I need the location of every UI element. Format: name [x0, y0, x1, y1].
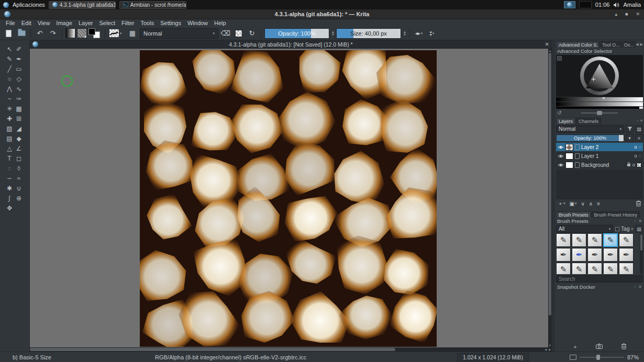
rollup-button[interactable]: ▴: [615, 12, 617, 17]
bezier-curve-tool[interactable]: ∿: [14, 84, 24, 94]
scroll-right-icon[interactable]: ▶: [549, 347, 551, 352]
menu-help[interactable]: Help: [211, 20, 229, 26]
inherit-alpha-icon[interactable]: ◌: [639, 153, 641, 159]
ellipse-tool[interactable]: ○: [5, 74, 14, 84]
slider-handle[interactable]: [597, 111, 602, 115]
rect-select-tool[interactable]: ◻: [14, 154, 24, 163]
user-menu[interactable]: Amalia: [623, 2, 641, 8]
tab-brush-preset-history[interactable]: Brush Preset History: [592, 211, 640, 218]
multibrush-tool[interactable]: ✳: [5, 104, 14, 114]
open-document-button[interactable]: [16, 28, 27, 39]
snapshot-docker-header[interactable]: Snapshot Docker ▫✕: [555, 284, 644, 290]
close-button[interactable]: ✕: [636, 12, 640, 17]
move-layer-down-button[interactable]: ∨: [581, 201, 584, 207]
refresh-colors-icon[interactable]: ↺: [557, 110, 561, 116]
pan-tool[interactable]: ✥: [5, 203, 14, 213]
brush-preset-15[interactable]: ✎: [619, 263, 634, 274]
layer-options-button[interactable]: ≡: [635, 134, 643, 142]
advanced-color-selector[interactable]: [556, 55, 643, 97]
tab-tool-options[interactable]: Tool O...: [599, 41, 620, 48]
brush-preset-9[interactable]: ✒: [603, 248, 618, 262]
brush-search-input[interactable]: [556, 275, 643, 282]
brush-preset-8[interactable]: ✒: [587, 248, 602, 262]
layer-opacity-slider[interactable]: Opacity: 100%: [556, 134, 624, 142]
brush-preset-12[interactable]: ✎: [572, 263, 586, 274]
select-shapes-tool[interactable]: ↖: [5, 44, 14, 54]
line-tool[interactable]: ╱: [5, 64, 14, 74]
layer-row-layer-1[interactable]: Layer 1α◌: [556, 152, 643, 161]
brush-preset-10[interactable]: ✒: [619, 248, 634, 262]
display-icon[interactable]: [570, 355, 576, 360]
volume-icon[interactable]: [613, 2, 619, 8]
scroll-down-icon[interactable]: ▼: [548, 344, 552, 347]
duplicate-layer-button[interactable]: ▣▾: [570, 201, 577, 207]
taskbar-window-terminal[interactable]: >_ Armbian - scrot /home/a...: [119, 1, 186, 9]
brush-preset-14[interactable]: ✎: [603, 263, 618, 274]
hue-ring[interactable]: [580, 56, 619, 95]
fill-tool[interactable]: ◆: [14, 134, 24, 143]
eraser-mode-button[interactable]: ⌫: [220, 28, 231, 39]
new-document-button[interactable]: [3, 28, 14, 39]
layer-row-layer-2[interactable]: Layer 2α◌: [556, 143, 643, 152]
scroll-up-icon[interactable]: ▲: [548, 49, 552, 52]
tab-brush-presets[interactable]: Brush Presets: [556, 211, 591, 218]
polyline-tool[interactable]: ⋀: [5, 84, 14, 94]
freehand-select-tool[interactable]: ∽: [5, 174, 14, 183]
horizontal-scrollbar[interactable]: ◀ ▶: [30, 347, 552, 352]
pattern-edit-tool[interactable]: ▤: [5, 134, 14, 143]
krita-app-icon[interactable]: [3, 2, 9, 8]
brush-preset-1[interactable]: ✎: [556, 233, 571, 247]
tray-krita-icon[interactable]: [564, 1, 575, 8]
layer-blending-mode-select[interactable]: Normal ▾: [556, 125, 624, 133]
docker-close-icon[interactable]: ✕: [640, 119, 643, 123]
layer-properties-button[interactable]: ≡: [597, 201, 600, 207]
mirror-vertical-button[interactable]: ▴▾▾: [426, 28, 438, 39]
size-spinner[interactable]: ▲▼: [403, 31, 406, 36]
delete-layer-button[interactable]: [636, 200, 641, 207]
contiguous-select-tool[interactable]: ✱: [5, 184, 14, 193]
magnetic-select-tool[interactable]: ∪: [14, 184, 24, 193]
preset-display-options-button[interactable]: ▤: [635, 225, 643, 233]
foreground-color-swatch[interactable]: [88, 28, 95, 35]
tab-scroll-left-icon[interactable]: ◀: [636, 42, 638, 47]
brush-preset-chooser-button[interactable]: ▦: [127, 28, 138, 39]
taskbar-window-krita[interactable]: 4.3.1-alpha (git aba6da1...: [49, 1, 116, 9]
brush-preset-4[interactable]: ✎: [603, 233, 618, 247]
layer-view-options-button[interactable]: ▤: [635, 125, 643, 133]
preserve-alpha-button[interactable]: [233, 28, 245, 39]
edit-shapes-tool[interactable]: ✐: [14, 44, 24, 54]
text-tool[interactable]: T: [5, 154, 14, 163]
applications-menu[interactable]: Aplicaciones: [13, 2, 45, 8]
tab-overview[interactable]: Ov...: [621, 41, 636, 48]
system-monitor-tray[interactable]: [579, 1, 592, 8]
clock[interactable]: 01:06: [595, 2, 610, 8]
brush-preset-7[interactable]: ✒: [572, 248, 586, 262]
docker-float-icon[interactable]: ▫: [634, 285, 636, 289]
gradient-tool[interactable]: ▧: [5, 124, 14, 133]
polygon-tool[interactable]: ◇: [14, 74, 24, 84]
bezier-select-tool[interactable]: ∫: [5, 194, 14, 203]
menu-file[interactable]: File: [3, 20, 18, 26]
move-layer-up-button[interactable]: ∧: [589, 201, 593, 207]
advanced-color-selector-header[interactable]: Advanced Color Selector: [555, 48, 644, 54]
value-gradient-slider[interactable]: [556, 97, 643, 101]
opacity-slider[interactable]: Opacity: 100%: [264, 28, 329, 39]
undo-button[interactable]: ↶: [34, 28, 46, 39]
crop-tool[interactable]: ⊞: [14, 114, 24, 123]
remove-snapshot-button[interactable]: [621, 343, 627, 350]
canvas-image[interactable]: [140, 50, 437, 347]
tab-scroll-right-icon[interactable]: ▶: [640, 42, 643, 47]
tag-checkbox[interactable]: Tag ▾: [615, 226, 633, 232]
preset-scroll-thumb[interactable]: [640, 234, 642, 251]
visibility-toggle[interactable]: [558, 145, 564, 150]
brush-presets-header[interactable]: Brush Presets ▫✕: [555, 218, 644, 224]
menu-window[interactable]: Window: [184, 20, 211, 26]
preset-scrollbar[interactable]: [640, 233, 643, 274]
add-layer-button[interactable]: ＋▾: [558, 200, 565, 207]
menu-edit[interactable]: Edit: [18, 20, 35, 26]
common-colors-slider[interactable]: [581, 112, 618, 114]
brush-preset-11[interactable]: ✎: [556, 263, 571, 274]
maximize-button[interactable]: ■: [625, 12, 628, 17]
blending-mode-select[interactable]: Normal ▾: [140, 28, 218, 39]
document-close-icon[interactable]: ✕: [545, 41, 549, 47]
